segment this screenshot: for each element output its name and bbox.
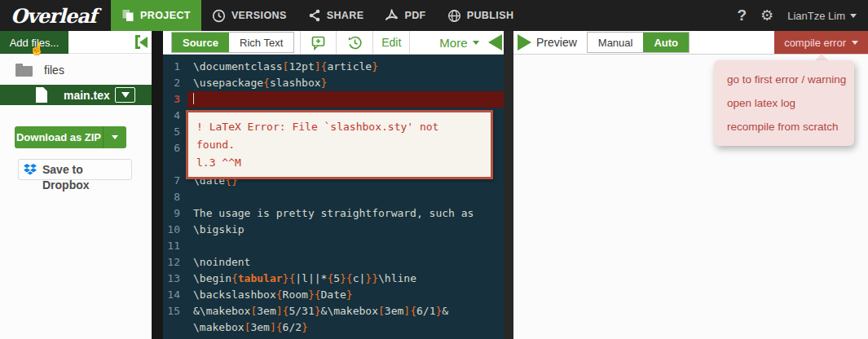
code-line[interactable]: 8 [163,189,504,205]
sidebar-collapse-button[interactable] [135,35,148,49]
more-label: More [439,36,467,50]
history-button[interactable] [337,31,373,54]
compile-mode-toggle: Manual Auto [587,32,690,53]
compile-error-button[interactable]: compile error [774,31,868,54]
code-token: \bigskip [193,223,245,236]
code-token: |l||* [295,272,327,284]
editor-pane: Source Rich Text Edit [163,31,504,339]
code-token: \noindent [193,256,250,268]
editor-collapse-button[interactable] [488,31,502,54]
code-area[interactable]: ! LaTeX Error: File `slashbox.sty' not f… [163,55,504,339]
code-line[interactable]: 15&\makebox[3em]{5/31}&\makebox[3em]{6/1… [163,303,504,319]
code-token: } [302,321,308,333]
preview-pane: Preview Manual Auto compile error go to … [513,31,868,339]
nav-item-label: PROJECT [140,10,191,21]
code-token: The usage is pretty straightforward, suc… [193,207,474,219]
overleaf-app: Overleaf PROJECTVERSIONSSHAREPDFPUBLISH … [0,0,868,339]
topbar: Overleaf PROJECTVERSIONSSHAREPDFPUBLISH … [0,0,868,31]
code-line-content [187,91,504,108]
code-token: ] [315,60,321,73]
topbar-nav: PROJECTVERSIONSSHAREPDFPUBLISH [111,0,524,31]
code-line[interactable]: 3 [163,91,504,108]
chevron-down-icon [121,92,130,98]
folder-label: files [44,64,64,77]
code-token: Date [321,288,346,301]
topbar-right: ? ⚙ LianTze Lim [737,0,868,31]
code-line[interactable]: 2\usepackage{slashbox} [163,75,504,91]
preview-toolbar: Preview Manual Auto compile error [513,31,868,55]
latex-error-line2: l.3 ^^M [196,154,482,172]
code-token: ]{ [270,321,283,333]
code-line[interactable]: 11 [163,238,504,254]
compile-menu-item[interactable]: recompile from scratch [714,115,854,139]
nav-item-label: PUBLISH [467,10,514,21]
line-number: 4 [163,108,187,124]
project-pages-icon [121,9,134,22]
line-number: 6 [163,140,187,156]
code-line[interactable]: \makebox[3em]{6/2} [163,319,504,336]
code-line-content: \documentclass[12pt]{article} [187,59,504,75]
code-line-content: The usage is pretty straightforward, suc… [187,205,504,222]
download-zip-button[interactable]: Download as ZIP [15,126,103,148]
code-line[interactable]: 12\noindent [163,254,504,271]
nav-item-project[interactable]: PROJECT [111,0,201,31]
chevron-down-icon [112,135,118,139]
code-token: & [442,305,448,317]
code-token: } [315,305,321,317]
line-number: 14 [163,287,187,303]
versions-clock-icon [212,9,226,23]
editor-preview-divider[interactable] [504,31,513,339]
line-number: 7 [163,173,187,189]
edit-label: Edit [381,36,401,49]
download-zip-caret-button[interactable] [103,126,126,148]
line-number: 10 [163,222,187,238]
add-comment-button[interactable] [300,31,337,54]
help-button[interactable]: ? [737,7,747,24]
code-token: \makebox [193,321,245,333]
nav-item-pdf[interactable]: PDF [374,0,436,31]
code-line[interactable]: 10\bigskip [163,222,504,238]
more-menu-button[interactable]: More [439,31,478,54]
nav-item-label: SHARE [327,10,364,21]
code-token: &\makebox [193,305,250,317]
source-tab[interactable]: Source [172,33,229,52]
code-token: } [346,288,353,301]
file-row-main-tex[interactable]: main.tex [0,85,152,105]
nav-item-share[interactable]: SHARE [297,0,375,31]
code-token: 5/31 [289,305,314,317]
file-actions-dropdown-button[interactable] [115,87,135,103]
code-token: 6/2 [283,321,302,333]
folder-icon [15,66,33,77]
code-token: article [327,60,372,73]
preview-expand-button[interactable] [518,31,531,54]
code-token: \documentclass [193,60,283,73]
user-menu[interactable]: LianTze Lim [787,10,857,22]
code-token: Room [283,288,308,301]
code-line-content: \makebox[3em]{6/2} [187,319,504,336]
nav-item-versions[interactable]: VERSIONS [201,0,297,31]
compile-menu-item[interactable]: go to first error / warning [714,68,854,91]
code-token: 12pt [289,60,314,73]
code-line[interactable]: 1\documentclass[12pt]{article} [163,59,504,75]
code-line[interactable]: 13\begin{tabular}{|l||*{5}{c|}}\hline [163,271,504,287]
rich-text-tab[interactable]: Rich Text [229,33,293,52]
code-token: }{ [340,272,353,284]
code-token: slashbox [270,77,321,89]
mouse-cursor-icon: ☝ [29,42,45,56]
compile-menu-item[interactable]: open latex log [714,91,854,115]
code-token: }} [365,272,378,284]
gear-icon[interactable]: ⚙ [760,7,773,24]
manual-compile-tab[interactable]: Manual [588,33,644,52]
line-number: 15 [163,303,187,319]
nav-item-publish[interactable]: PUBLISH [437,0,525,31]
user-name: LianTze Lim [787,10,845,22]
folder-row-files[interactable]: files [0,54,152,85]
code-line[interactable]: 9The usage is pretty straightforward, su… [163,205,504,222]
edit-button[interactable]: Edit [373,31,410,54]
line-number [163,156,187,173]
save-to-dropbox-button[interactable]: Save to Dropbox [18,159,132,180]
code-line[interactable]: 14\backslashbox{Room}{Date} [163,287,504,303]
compile-error-label: compile error [784,37,846,49]
auto-compile-tab[interactable]: Auto [643,33,689,52]
code-token: } [321,77,328,89]
